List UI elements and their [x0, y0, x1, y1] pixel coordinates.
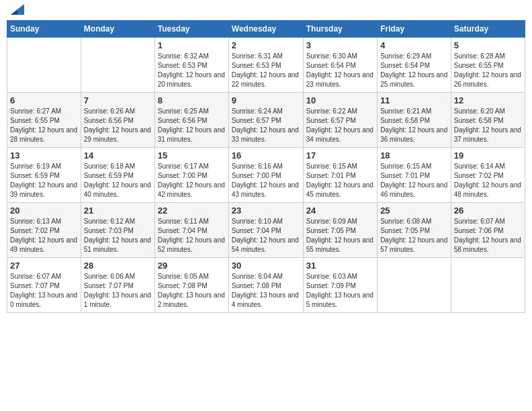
calendar-cell: 22Sunrise: 6:11 AMSunset: 7:04 PMDayligh… — [154, 203, 228, 258]
day-info: Sunrise: 6:22 AMSunset: 6:57 PMDaylight:… — [306, 107, 374, 144]
day-number: 1 — [158, 40, 226, 50]
day-number: 20 — [10, 205, 78, 216]
day-info: Sunrise: 6:16 AMSunset: 7:00 PMDaylight:… — [232, 162, 300, 199]
calendar-cell: 30Sunrise: 6:04 AMSunset: 7:08 PMDayligh… — [228, 258, 303, 313]
day-number: 29 — [158, 261, 226, 271]
day-number: 4 — [380, 40, 448, 50]
day-info: Sunrise: 6:29 AMSunset: 6:54 PMDaylight:… — [380, 52, 448, 89]
day-number: 9 — [232, 95, 300, 105]
calendar-cell — [7, 38, 81, 93]
day-info: Sunrise: 6:14 AMSunset: 7:02 PMDaylight:… — [454, 162, 522, 199]
calendar-cell: 26Sunrise: 6:07 AMSunset: 7:06 PMDayligh… — [451, 203, 525, 258]
day-number: 17 — [306, 150, 374, 161]
calendar-table: SundayMondayTuesdayWednesdayThursdayFrid… — [7, 20, 525, 313]
day-info: Sunrise: 6:04 AMSunset: 7:08 PMDaylight:… — [232, 272, 300, 310]
day-info: Sunrise: 6:12 AMSunset: 7:03 PMDaylight:… — [84, 217, 152, 255]
calendar-cell: 3Sunrise: 6:30 AMSunset: 6:54 PMDaylight… — [303, 38, 377, 93]
day-info: Sunrise: 6:13 AMSunset: 7:02 PMDaylight:… — [10, 217, 78, 255]
day-info: Sunrise: 6:24 AMSunset: 6:57 PMDaylight:… — [232, 107, 300, 144]
day-number: 31 — [306, 261, 374, 271]
calendar-cell: 24Sunrise: 6:09 AMSunset: 7:05 PMDayligh… — [303, 203, 377, 258]
day-info: Sunrise: 6:30 AMSunset: 6:54 PMDaylight:… — [306, 52, 374, 89]
day-info: Sunrise: 6:20 AMSunset: 6:58 PMDaylight:… — [454, 107, 522, 144]
weekday-header: Thursday — [303, 21, 377, 38]
day-info: Sunrise: 6:15 AMSunset: 7:01 PMDaylight:… — [306, 162, 374, 199]
calendar-cell — [451, 258, 525, 313]
day-info: Sunrise: 6:19 AMSunset: 6:59 PMDaylight:… — [10, 162, 78, 199]
calendar-cell: 1Sunrise: 6:32 AMSunset: 6:53 PMDaylight… — [154, 38, 228, 93]
calendar-cell: 14Sunrise: 6:18 AMSunset: 6:59 PMDayligh… — [81, 148, 154, 203]
day-number: 11 — [380, 95, 448, 105]
calendar-cell: 2Sunrise: 6:31 AMSunset: 6:53 PMDaylight… — [228, 38, 303, 93]
calendar-week-row: 20Sunrise: 6:13 AMSunset: 7:02 PMDayligh… — [7, 203, 525, 258]
calendar-cell — [81, 38, 154, 93]
day-info: Sunrise: 6:10 AMSunset: 7:04 PMDaylight:… — [232, 217, 300, 255]
day-info: Sunrise: 6:07 AMSunset: 7:07 PMDaylight:… — [10, 272, 78, 310]
day-number: 10 — [306, 95, 374, 105]
day-info: Sunrise: 6:09 AMSunset: 7:05 PMDaylight:… — [306, 217, 374, 255]
calendar-cell: 12Sunrise: 6:20 AMSunset: 6:58 PMDayligh… — [451, 93, 525, 148]
calendar-cell: 5Sunrise: 6:28 AMSunset: 6:55 PMDaylight… — [451, 38, 525, 93]
day-number: 18 — [380, 150, 448, 161]
calendar-cell: 4Sunrise: 6:29 AMSunset: 6:54 PMDaylight… — [378, 38, 451, 93]
day-info: Sunrise: 6:06 AMSunset: 7:07 PMDaylight:… — [84, 272, 152, 310]
day-number: 2 — [232, 40, 300, 50]
day-number: 13 — [10, 150, 78, 161]
calendar-cell: 17Sunrise: 6:15 AMSunset: 7:01 PMDayligh… — [303, 148, 377, 203]
calendar-cell: 28Sunrise: 6:06 AMSunset: 7:07 PMDayligh… — [81, 258, 154, 313]
day-info: Sunrise: 6:17 AMSunset: 7:00 PMDaylight:… — [158, 162, 226, 199]
calendar-cell: 18Sunrise: 6:15 AMSunset: 7:01 PMDayligh… — [378, 148, 451, 203]
day-number: 19 — [454, 150, 522, 161]
day-number: 30 — [232, 261, 300, 271]
day-number: 23 — [232, 205, 300, 216]
day-info: Sunrise: 6:08 AMSunset: 7:05 PMDaylight:… — [380, 217, 448, 255]
calendar-cell: 19Sunrise: 6:14 AMSunset: 7:02 PMDayligh… — [451, 148, 525, 203]
day-number: 14 — [84, 150, 152, 161]
day-number: 26 — [454, 205, 522, 216]
logo — [9, 7, 24, 15]
day-number: 25 — [380, 205, 448, 216]
calendar-cell — [378, 258, 451, 313]
weekday-header: Friday — [378, 21, 451, 38]
day-info: Sunrise: 6:31 AMSunset: 6:53 PMDaylight:… — [232, 52, 300, 89]
day-number: 24 — [306, 205, 374, 216]
day-number: 27 — [10, 261, 78, 271]
logo-icon — [11, 4, 24, 15]
calendar-week-row: 13Sunrise: 6:19 AMSunset: 6:59 PMDayligh… — [7, 148, 525, 203]
weekday-header: Wednesday — [228, 21, 303, 38]
day-info: Sunrise: 6:28 AMSunset: 6:55 PMDaylight:… — [454, 52, 522, 89]
calendar-cell: 21Sunrise: 6:12 AMSunset: 7:03 PMDayligh… — [81, 203, 154, 258]
calendar-cell: 10Sunrise: 6:22 AMSunset: 6:57 PMDayligh… — [303, 93, 377, 148]
day-number: 8 — [158, 95, 226, 105]
day-info: Sunrise: 6:25 AMSunset: 6:56 PMDaylight:… — [158, 107, 226, 144]
weekday-header: Monday — [81, 21, 154, 38]
day-info: Sunrise: 6:07 AMSunset: 7:06 PMDaylight:… — [454, 217, 522, 255]
calendar-cell: 15Sunrise: 6:17 AMSunset: 7:00 PMDayligh… — [154, 148, 228, 203]
day-info: Sunrise: 6:21 AMSunset: 6:58 PMDaylight:… — [380, 107, 448, 144]
calendar-cell: 7Sunrise: 6:26 AMSunset: 6:56 PMDaylight… — [81, 93, 154, 148]
weekday-header: Tuesday — [154, 21, 228, 38]
day-number: 21 — [84, 205, 152, 216]
calendar-cell: 27Sunrise: 6:07 AMSunset: 7:07 PMDayligh… — [7, 258, 81, 313]
svg-marker-1 — [11, 9, 17, 15]
day-number: 5 — [454, 40, 522, 50]
weekday-header-row: SundayMondayTuesdayWednesdayThursdayFrid… — [7, 21, 525, 38]
day-info: Sunrise: 6:05 AMSunset: 7:08 PMDaylight:… — [158, 272, 226, 310]
day-info: Sunrise: 6:32 AMSunset: 6:53 PMDaylight:… — [158, 52, 226, 89]
calendar-cell: 20Sunrise: 6:13 AMSunset: 7:02 PMDayligh… — [7, 203, 81, 258]
weekday-header: Saturday — [451, 21, 525, 38]
day-number: 28 — [84, 261, 152, 271]
header — [7, 7, 525, 15]
calendar-cell: 23Sunrise: 6:10 AMSunset: 7:04 PMDayligh… — [228, 203, 303, 258]
day-number: 15 — [158, 150, 226, 161]
day-info: Sunrise: 6:18 AMSunset: 6:59 PMDaylight:… — [84, 162, 152, 199]
day-info: Sunrise: 6:26 AMSunset: 6:56 PMDaylight:… — [84, 107, 152, 144]
calendar-cell: 29Sunrise: 6:05 AMSunset: 7:08 PMDayligh… — [154, 258, 228, 313]
day-number: 6 — [10, 95, 78, 105]
calendar-week-row: 27Sunrise: 6:07 AMSunset: 7:07 PMDayligh… — [7, 258, 525, 313]
day-info: Sunrise: 6:27 AMSunset: 6:55 PMDaylight:… — [10, 107, 78, 144]
day-info: Sunrise: 6:03 AMSunset: 7:09 PMDaylight:… — [306, 272, 374, 310]
day-number: 16 — [232, 150, 300, 161]
calendar-cell: 11Sunrise: 6:21 AMSunset: 6:58 PMDayligh… — [378, 93, 451, 148]
calendar-cell: 25Sunrise: 6:08 AMSunset: 7:05 PMDayligh… — [378, 203, 451, 258]
